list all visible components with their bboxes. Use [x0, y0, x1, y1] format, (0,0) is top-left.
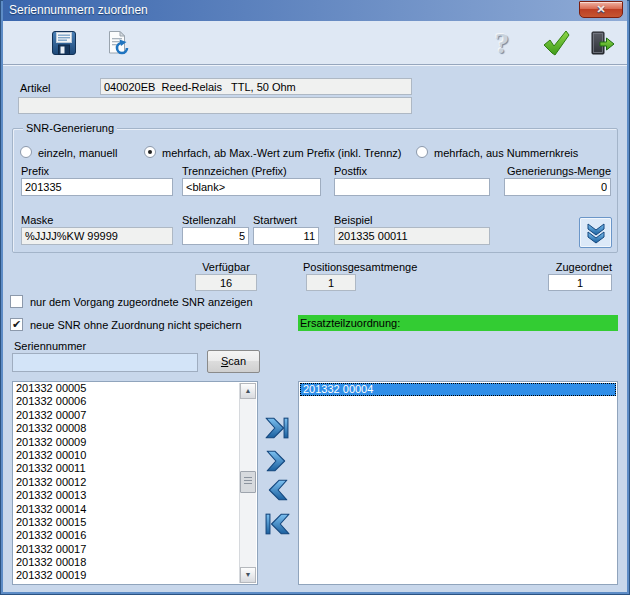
available-serial-item[interactable]: 201332 00008 — [13, 422, 257, 435]
available-serial-item[interactable]: 201332 00016 — [13, 529, 257, 542]
double-chevron-down-icon — [584, 221, 608, 245]
positionsgesamtmenge-field: 1 — [306, 274, 356, 291]
snr-generierung-group: SNR-Generierung einzeln, manuell mehrfac… — [12, 128, 618, 253]
assigned-serials-list: 201332 00004 — [298, 381, 618, 585]
scan-button[interactable]: Scan — [207, 350, 260, 373]
artikel-description-field — [18, 97, 412, 114]
available-serials-list: 201332 00005201332 00006201332 000072013… — [12, 381, 258, 585]
available-serial-item[interactable]: 201332 00007 — [13, 409, 257, 422]
radio-mehrfach-nummernkreis-label: mehrfach, aus Nummernkreis — [434, 147, 578, 159]
available-serial-item[interactable]: 201332 00015 — [13, 516, 257, 529]
available-serial-item[interactable]: 201332 00019 — [13, 569, 257, 582]
verfuegbar-field: 16 — [195, 274, 257, 291]
available-serial-item[interactable]: 201332 00017 — [13, 543, 257, 556]
stellenzahl-input[interactable] — [182, 227, 249, 245]
no-save-without-assignment-label: neue SNR ohne Zuordnung nicht speichern — [30, 319, 242, 331]
available-serial-item[interactable]: 201332 00011 — [13, 462, 257, 475]
prefix-input[interactable] — [21, 178, 173, 196]
snr-group-title: SNR-Generierung — [23, 122, 117, 134]
move-left-button[interactable] — [262, 477, 292, 503]
chevron-left-bar-icon — [263, 512, 291, 536]
stellenzahl-label: Stellenzahl — [182, 214, 236, 226]
maske-label: Maske — [21, 214, 53, 226]
radio-mehrfach-prefix-label: mehrfach, ab Max.-Wert zum Prefix (inkl.… — [162, 147, 401, 159]
window-title: Seriennummern zuordnen — [9, 3, 148, 17]
save-button[interactable] — [49, 28, 79, 58]
radio-einzeln-manuell[interactable] — [20, 146, 32, 158]
startwert-input[interactable] — [253, 227, 319, 245]
chevron-right-bar-icon — [263, 416, 291, 440]
maske-field: %JJJJ%KW 99999 — [21, 227, 173, 245]
close-button[interactable]: ✕ — [579, 1, 623, 18]
help-question-icon: ? — [495, 27, 510, 60]
show-only-assigned-label: nur dem Vorgang zugeordnete SNR anzeigen — [30, 296, 253, 308]
available-serial-item[interactable]: 201332 00014 — [13, 503, 257, 516]
expand-button[interactable] — [579, 217, 612, 248]
beispiel-label: Beispiel — [334, 214, 373, 226]
move-all-left-button[interactable] — [262, 511, 292, 537]
available-serial-item[interactable]: 201332 00009 — [13, 436, 257, 449]
postfix-input[interactable] — [334, 178, 490, 196]
toolbar: ? — [3, 21, 627, 65]
chevron-left-icon — [263, 478, 291, 502]
available-list-scrollbar[interactable]: ▲ ▼ — [239, 383, 256, 583]
artikel-value-field: 040020EB Reed-Relais TTL, 50 Ohm — [100, 78, 412, 95]
dialog-window: Seriennummern zuordnen ✕ — [0, 0, 630, 595]
zugeordnet-label: Zugeordnet — [508, 261, 612, 273]
scroll-up-button[interactable]: ▲ — [240, 383, 256, 399]
dialog-body: ? Art — [3, 21, 627, 592]
radio-einzeln-manuell-label: einzeln, manuell — [38, 147, 118, 159]
show-only-assigned-checkbox[interactable] — [10, 295, 23, 308]
radio-mehrfach-nummernkreis[interactable] — [416, 146, 428, 158]
ersatzteilzuordnung-status: Ersatzteilzuordnung: — [298, 315, 618, 331]
available-serial-item[interactable]: 201332 00005 — [13, 382, 257, 395]
ok-check-icon — [542, 29, 570, 57]
ok-button[interactable] — [541, 28, 571, 58]
scrollbar-thumb[interactable] — [240, 471, 256, 493]
available-serial-item[interactable]: 201332 00010 — [13, 449, 257, 462]
scan-button-label: Scan — [208, 351, 259, 372]
artikel-label: Artikel — [20, 82, 51, 94]
chevron-right-icon — [263, 449, 291, 473]
zugeordnet-input[interactable] — [548, 274, 612, 291]
available-serial-item[interactable]: 201332 00013 — [13, 489, 257, 502]
available-serial-item[interactable]: 201332 00006 — [13, 395, 257, 408]
checkmark-icon: ✔ — [12, 318, 21, 330]
available-serial-item[interactable]: 201332 00020 — [13, 583, 257, 585]
assigned-serial-item[interactable]: 201332 00004 — [300, 383, 616, 396]
available-serial-item[interactable]: 201332 00018 — [13, 556, 257, 569]
move-all-right-button[interactable] — [262, 415, 292, 441]
generierungs-menge-label: Generierungs-Menge — [507, 165, 611, 177]
no-save-without-assignment-checkbox[interactable]: ✔ — [10, 318, 23, 331]
trennzeichen-input[interactable] — [182, 178, 321, 196]
seriennummer-input[interactable] — [12, 353, 198, 372]
radio-mehrfach-prefix[interactable] — [144, 146, 156, 158]
refresh-button[interactable] — [102, 28, 132, 58]
document-refresh-icon — [103, 29, 131, 57]
floppy-save-icon — [50, 29, 78, 57]
scroll-down-button[interactable]: ▼ — [240, 567, 256, 583]
startwert-label: Startwert — [253, 214, 297, 226]
seriennummer-label: Seriennummer — [14, 340, 86, 352]
beispiel-field: 201335 00011 — [334, 227, 490, 245]
help-button[interactable]: ? — [487, 28, 517, 58]
exit-button[interactable] — [586, 28, 616, 58]
move-right-button[interactable] — [262, 448, 292, 474]
verfuegbar-label: Verfügbar — [195, 261, 257, 273]
exit-door-icon — [587, 29, 615, 57]
postfix-label: Postfix — [334, 165, 367, 177]
generierungs-menge-input[interactable] — [504, 178, 611, 196]
prefix-label: Prefix — [21, 165, 49, 177]
available-serial-item[interactable]: 201332 00012 — [13, 476, 257, 489]
trennzeichen-label: Trennzeichen (Prefix) — [182, 165, 287, 177]
title-bar: Seriennummern zuordnen ✕ — [3, 0, 627, 21]
positionsgesamtmenge-label: Positionsgesamtmenge — [303, 261, 417, 273]
